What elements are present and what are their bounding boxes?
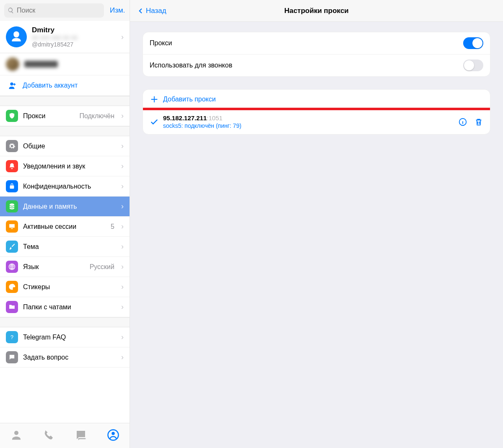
back-label: Назад	[146, 7, 166, 15]
toggle-card: Прокси Использовать для звонков	[143, 32, 490, 77]
secondary-account-blurred[interactable]	[0, 53, 130, 75]
sidebar-item-notifications[interactable]: Уведомления и звук ›	[0, 156, 130, 176]
tab-contacts[interactable]	[10, 429, 23, 443]
chevron-right-icon: ›	[121, 202, 124, 211]
search-input[interactable]	[17, 7, 101, 14]
bell-icon	[6, 160, 18, 172]
tab-bar	[0, 423, 130, 448]
trash-icon[interactable]	[474, 117, 483, 127]
sidebar-item-theme[interactable]: Тема ›	[0, 237, 130, 257]
chevron-right-icon: ›	[121, 303, 124, 311]
chevron-right-icon: ›	[121, 142, 124, 150]
sidebar-item-label: Telegram FAQ	[23, 334, 116, 341]
gear-icon	[6, 140, 18, 152]
sidebar-item-stickers[interactable]: Стикеры ›	[0, 277, 130, 297]
globe-icon	[6, 261, 18, 273]
sidebar-item-label: Стикеры	[23, 283, 116, 291]
sidebar-item-meta: Русский	[90, 263, 114, 271]
back-button[interactable]: Назад	[137, 7, 166, 15]
sidebar-header: Изм.	[0, 0, 130, 21]
chevron-right-icon: ›	[121, 242, 124, 251]
chat-icon	[6, 351, 18, 363]
add-proxy-button[interactable]: Добавить прокси	[143, 90, 490, 109]
svg-point-1	[14, 431, 18, 435]
tab-calls[interactable]	[42, 429, 55, 443]
chevron-right-icon: ›	[121, 111, 124, 120]
chevron-right-icon: ›	[121, 182, 124, 191]
database-icon	[6, 200, 18, 212]
content: Прокси Использовать для звонков Добавить…	[130, 22, 503, 157]
check-icon	[150, 117, 159, 127]
chevron-right-icon: ›	[121, 222, 124, 231]
sidebar-item-data[interactable]: Данные и память ›	[0, 197, 130, 217]
add-account-button[interactable]: Добавить аккаунт	[0, 75, 130, 96]
main-header: Назад Настройки прокси	[130, 0, 503, 22]
proxy-text: 95.182.127.211:1051 socks5: подключён (п…	[163, 114, 454, 129]
chevron-right-icon: ›	[121, 282, 124, 291]
sidebar-item-meta: 5	[111, 223, 114, 230]
callout-badge: 8	[143, 108, 143, 122]
add-user-icon	[6, 80, 18, 91]
sticker-icon	[6, 281, 18, 293]
chevron-right-icon: ›	[121, 262, 124, 271]
proxy-list-card: Добавить прокси 95.182.127.211:1051 sock…	[143, 89, 490, 135]
sidebar-item-language[interactable]: Язык Русский ›	[0, 257, 130, 277]
chevron-right-icon: ›	[121, 162, 124, 171]
chevron-left-icon	[137, 7, 144, 15]
sidebar-item-proxy[interactable]: Прокси Подключён ›	[0, 106, 130, 126]
main-pane: Назад Настройки прокси Прокси Использова…	[130, 0, 503, 448]
plus-icon	[150, 95, 159, 104]
account-name-blurred	[24, 61, 58, 67]
sidebar-item-folders[interactable]: Папки с чатами ›	[0, 297, 130, 317]
calls-toggle[interactable]	[463, 60, 483, 71]
sidebar-item-label: Уведомления и звук	[23, 163, 116, 170]
sidebar-item-privacy[interactable]: Конфиденциальность ›	[0, 176, 130, 197]
sidebar-item-label: Тема	[23, 243, 116, 251]
proxy-port: :1051	[207, 114, 223, 122]
add-account-label: Добавить аккаунт	[23, 82, 78, 89]
sidebar-item-faq[interactable]: ? Telegram FAQ ›	[0, 327, 130, 347]
chevron-right-icon: ›	[121, 33, 124, 41]
shield-icon	[6, 110, 18, 122]
question-icon: ?	[6, 331, 18, 343]
sidebar-item-label: Общие	[23, 142, 116, 150]
sidebar-item-meta: Подключён	[79, 112, 114, 120]
sidebar-item-general[interactable]: Общие ›	[0, 136, 130, 156]
brush-icon	[6, 241, 18, 253]
sidebar-item-label: Задать вопрос	[23, 354, 116, 361]
proxy-ip: 95.182.127.211	[163, 114, 207, 122]
info-icon[interactable]	[458, 117, 467, 127]
profile-phone-blurred: 00 000 000 00 00	[32, 34, 116, 41]
profile-username: @dmitry185427	[32, 41, 116, 48]
lock-icon	[6, 180, 18, 192]
sidebar-item-label: Активные сессии	[23, 223, 106, 230]
search-field-wrap[interactable]	[4, 3, 104, 18]
avatar-blurred	[6, 57, 19, 71]
edit-button[interactable]: Изм.	[107, 6, 127, 15]
avatar	[6, 26, 27, 47]
sidebar-item-sessions[interactable]: Активные сессии 5 ›	[0, 217, 130, 237]
search-icon	[8, 7, 14, 14]
sidebar: Изм. Dmitry 00 000 000 00 00 @dmitry1854…	[0, 0, 130, 448]
sidebar-item-ask[interactable]: Задать вопрос ›	[0, 347, 130, 368]
svg-point-3	[112, 432, 115, 435]
proxy-entry[interactable]: 95.182.127.211:1051 socks5: подключён (п…	[143, 109, 490, 134]
sidebar-item-label: Данные и память	[23, 203, 116, 210]
proxy-toggle[interactable]	[463, 37, 483, 49]
proxy-status: socks5: подключён (пинг: 79)	[163, 122, 454, 129]
sidebar-item-label: Конфиденциальность	[23, 183, 116, 190]
profile-name: Dmitry	[32, 26, 116, 34]
add-proxy-label: Добавить прокси	[163, 96, 216, 103]
tab-chats[interactable]	[75, 429, 87, 443]
proxy-actions	[458, 117, 483, 127]
chevron-right-icon: ›	[121, 333, 124, 342]
tab-settings[interactable]	[107, 429, 119, 443]
proxy-toggle-row: Прокси	[143, 32, 490, 54]
toggle-label: Использовать для звонков	[150, 62, 463, 69]
sidebar-item-label: Язык	[23, 263, 85, 271]
sidebar-item-label: Прокси	[23, 112, 74, 120]
svg-text:?: ?	[10, 334, 13, 340]
sidebar-item-label: Папки с чатами	[23, 303, 116, 311]
profile-row[interactable]: Dmitry 00 000 000 00 00 @dmitry185427 ›	[0, 21, 130, 53]
profile-info: Dmitry 00 000 000 00 00 @dmitry185427	[32, 26, 116, 48]
